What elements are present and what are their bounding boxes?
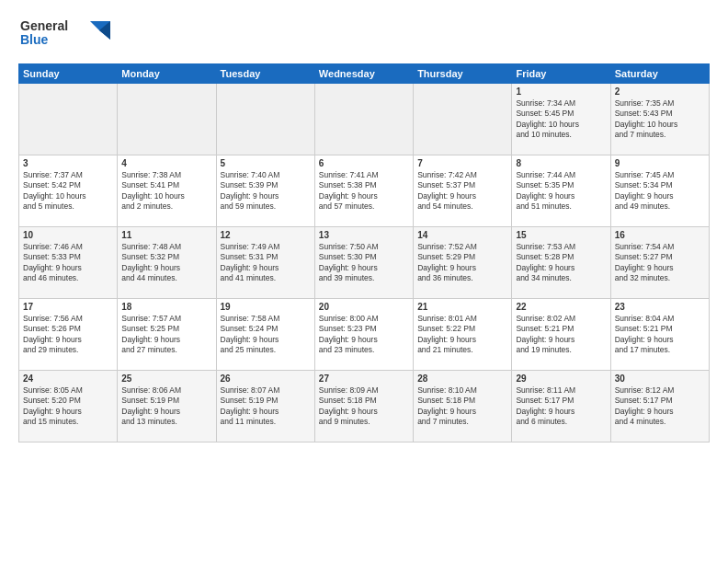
day-number: 9 <box>615 158 705 168</box>
day-info: Sunrise: 7:42 AM Sunset: 5:37 PM Dayligh… <box>417 170 507 213</box>
day-number: 10 <box>23 230 113 240</box>
calendar-cell: 15Sunrise: 7:53 AM Sunset: 5:28 PM Dayli… <box>512 227 610 299</box>
day-info: Sunrise: 8:01 AM Sunset: 5:22 PM Dayligh… <box>417 314 507 356</box>
day-info: Sunrise: 8:07 AM Sunset: 5:19 PM Dayligh… <box>221 385 311 428</box>
day-info: Sunrise: 7:46 AM Sunset: 5:33 PM Dayligh… <box>23 242 113 284</box>
svg-text:Blue: Blue <box>20 32 49 47</box>
day-info: Sunrise: 7:56 AM Sunset: 5:26 PM Dayligh… <box>23 314 113 356</box>
day-number: 27 <box>319 373 409 384</box>
day-number: 23 <box>615 302 705 312</box>
day-number: 2 <box>615 86 705 97</box>
calendar-cell: 16Sunrise: 7:54 AM Sunset: 5:27 PM Dayli… <box>610 227 709 299</box>
calendar-cell: 25Sunrise: 8:06 AM Sunset: 5:19 PM Dayli… <box>118 371 216 442</box>
calendar-cell: 1Sunrise: 7:34 AM Sunset: 5:45 PM Daylig… <box>512 84 610 155</box>
day-info: Sunrise: 7:41 AM Sunset: 5:38 PM Dayligh… <box>319 170 409 213</box>
day-number: 5 <box>221 158 311 168</box>
logo: General Blue <box>18 14 119 54</box>
calendar-week-4: 17Sunrise: 7:56 AM Sunset: 5:26 PM Dayli… <box>19 299 710 371</box>
calendar-cell: 9Sunrise: 7:45 AM Sunset: 5:34 PM Daylig… <box>610 155 709 227</box>
day-info: Sunrise: 8:11 AM Sunset: 5:17 PM Dayligh… <box>516 385 606 428</box>
calendar-cell <box>414 84 512 155</box>
calendar-cell: 22Sunrise: 8:02 AM Sunset: 5:21 PM Dayli… <box>512 299 610 371</box>
day-number: 6 <box>319 158 409 168</box>
calendar-cell: 27Sunrise: 8:09 AM Sunset: 5:18 PM Dayli… <box>314 371 413 442</box>
weekday-header-friday: Friday <box>512 64 610 84</box>
day-number: 15 <box>516 230 606 240</box>
day-number: 14 <box>417 230 507 240</box>
calendar-cell: 11Sunrise: 7:48 AM Sunset: 5:32 PM Dayli… <box>118 227 216 299</box>
calendar-week-1: 1Sunrise: 7:34 AM Sunset: 5:45 PM Daylig… <box>19 84 710 155</box>
page-container: General Blue SundayMondayTuesdayWednesda… <box>0 0 728 452</box>
weekday-header-row: SundayMondayTuesdayWednesdayThursdayFrid… <box>19 64 710 84</box>
calendar-cell <box>216 84 314 155</box>
calendar-cell: 23Sunrise: 8:04 AM Sunset: 5:21 PM Dayli… <box>610 299 709 371</box>
day-info: Sunrise: 7:58 AM Sunset: 5:24 PM Dayligh… <box>221 314 311 356</box>
calendar-cell <box>118 84 216 155</box>
day-number: 30 <box>615 373 705 384</box>
calendar-cell: 28Sunrise: 8:10 AM Sunset: 5:18 PM Dayli… <box>414 371 512 442</box>
day-info: Sunrise: 7:49 AM Sunset: 5:31 PM Dayligh… <box>221 242 311 284</box>
day-info: Sunrise: 7:37 AM Sunset: 5:42 PM Dayligh… <box>23 170 113 213</box>
calendar-week-5: 24Sunrise: 8:05 AM Sunset: 5:20 PM Dayli… <box>19 371 710 442</box>
weekday-header-monday: Monday <box>118 64 216 84</box>
calendar-cell: 19Sunrise: 7:58 AM Sunset: 5:24 PM Dayli… <box>216 299 314 371</box>
day-info: Sunrise: 8:06 AM Sunset: 5:19 PM Dayligh… <box>121 385 211 428</box>
day-info: Sunrise: 8:09 AM Sunset: 5:18 PM Dayligh… <box>319 385 409 428</box>
day-info: Sunrise: 8:04 AM Sunset: 5:21 PM Dayligh… <box>615 314 705 356</box>
day-info: Sunrise: 7:54 AM Sunset: 5:27 PM Dayligh… <box>615 242 705 284</box>
day-info: Sunrise: 8:12 AM Sunset: 5:17 PM Dayligh… <box>615 385 705 428</box>
weekday-header-tuesday: Tuesday <box>216 64 314 84</box>
day-info: Sunrise: 7:57 AM Sunset: 5:25 PM Dayligh… <box>121 314 211 356</box>
calendar-cell <box>19 84 118 155</box>
day-info: Sunrise: 7:40 AM Sunset: 5:39 PM Dayligh… <box>221 170 311 213</box>
calendar-cell: 13Sunrise: 7:50 AM Sunset: 5:30 PM Dayli… <box>314 227 413 299</box>
day-info: Sunrise: 7:53 AM Sunset: 5:28 PM Dayligh… <box>516 242 606 284</box>
calendar-cell: 17Sunrise: 7:56 AM Sunset: 5:26 PM Dayli… <box>19 299 118 371</box>
calendar-week-3: 10Sunrise: 7:46 AM Sunset: 5:33 PM Dayli… <box>19 227 710 299</box>
day-number: 24 <box>23 373 113 384</box>
day-info: Sunrise: 8:05 AM Sunset: 5:20 PM Dayligh… <box>23 385 113 428</box>
calendar-cell: 6Sunrise: 7:41 AM Sunset: 5:38 PM Daylig… <box>314 155 413 227</box>
calendar-cell: 4Sunrise: 7:38 AM Sunset: 5:41 PM Daylig… <box>118 155 216 227</box>
day-number: 12 <box>221 230 311 240</box>
day-number: 20 <box>319 302 409 312</box>
day-number: 29 <box>516 373 606 384</box>
day-number: 22 <box>516 302 606 312</box>
calendar-cell: 26Sunrise: 8:07 AM Sunset: 5:19 PM Dayli… <box>216 371 314 442</box>
day-info: Sunrise: 7:48 AM Sunset: 5:32 PM Dayligh… <box>121 242 211 284</box>
day-info: Sunrise: 7:50 AM Sunset: 5:30 PM Dayligh… <box>319 242 409 284</box>
day-number: 3 <box>23 158 113 168</box>
day-number: 28 <box>417 373 507 384</box>
calendar-cell: 7Sunrise: 7:42 AM Sunset: 5:37 PM Daylig… <box>414 155 512 227</box>
weekday-header-saturday: Saturday <box>610 64 709 84</box>
calendar-cell <box>314 84 413 155</box>
calendar-table: SundayMondayTuesdayWednesdayThursdayFrid… <box>18 63 710 442</box>
day-info: Sunrise: 7:38 AM Sunset: 5:41 PM Dayligh… <box>121 170 211 213</box>
day-number: 7 <box>417 158 507 168</box>
calendar-cell: 29Sunrise: 8:11 AM Sunset: 5:17 PM Dayli… <box>512 371 610 442</box>
day-number: 19 <box>221 302 311 312</box>
day-number: 17 <box>23 302 113 312</box>
day-info: Sunrise: 8:02 AM Sunset: 5:21 PM Dayligh… <box>516 314 606 356</box>
calendar-cell: 3Sunrise: 7:37 AM Sunset: 5:42 PM Daylig… <box>19 155 118 227</box>
weekday-header-thursday: Thursday <box>414 64 512 84</box>
day-number: 4 <box>121 158 211 168</box>
day-number: 25 <box>121 373 211 384</box>
calendar-cell: 14Sunrise: 7:52 AM Sunset: 5:29 PM Dayli… <box>414 227 512 299</box>
day-info: Sunrise: 8:10 AM Sunset: 5:18 PM Dayligh… <box>417 385 507 428</box>
day-info: Sunrise: 8:00 AM Sunset: 5:23 PM Dayligh… <box>319 314 409 356</box>
weekday-header-sunday: Sunday <box>19 64 118 84</box>
calendar-cell: 12Sunrise: 7:49 AM Sunset: 5:31 PM Dayli… <box>216 227 314 299</box>
day-number: 11 <box>121 230 211 240</box>
calendar-cell: 30Sunrise: 8:12 AM Sunset: 5:17 PM Dayli… <box>610 371 709 442</box>
svg-text:General: General <box>20 18 68 33</box>
calendar-cell: 21Sunrise: 8:01 AM Sunset: 5:22 PM Dayli… <box>414 299 512 371</box>
day-number: 8 <box>516 158 606 168</box>
calendar-cell: 8Sunrise: 7:44 AM Sunset: 5:35 PM Daylig… <box>512 155 610 227</box>
header: General Blue <box>18 14 710 54</box>
day-number: 21 <box>417 302 507 312</box>
day-number: 26 <box>221 373 311 384</box>
calendar-cell: 2Sunrise: 7:35 AM Sunset: 5:43 PM Daylig… <box>610 84 709 155</box>
weekday-header-wednesday: Wednesday <box>314 64 413 84</box>
day-info: Sunrise: 7:45 AM Sunset: 5:34 PM Dayligh… <box>615 170 705 213</box>
